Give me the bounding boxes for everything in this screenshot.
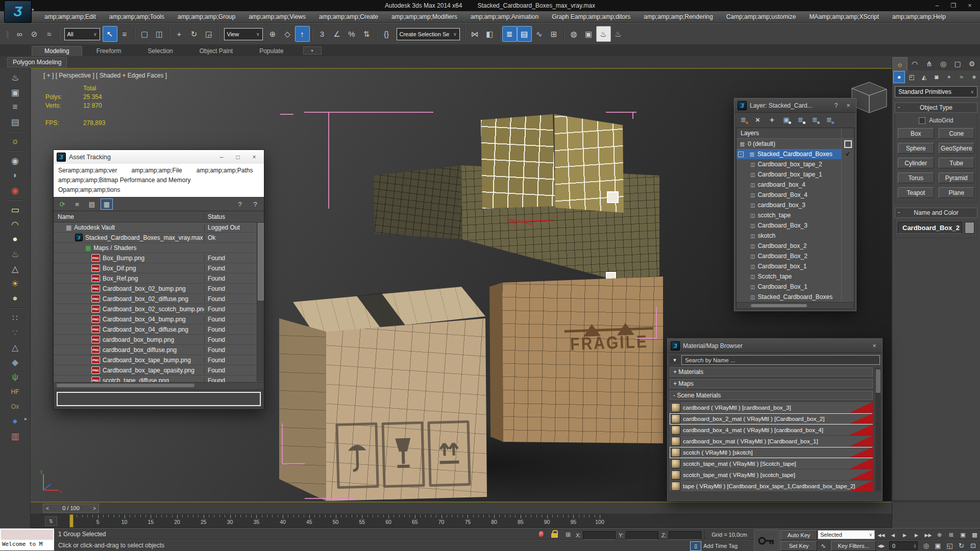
time-slider[interactable]: < 0 / 100 > bbox=[43, 504, 99, 513]
ribbon-tab-modeling[interactable]: Modeling bbox=[32, 46, 82, 56]
table-view-icon[interactable]: ▦ bbox=[101, 198, 113, 210]
unlink-selection-icon[interactable]: ⊘ bbox=[27, 26, 42, 42]
previous-frame-icon[interactable]: ◀ bbox=[888, 530, 898, 540]
tab-display[interactable]: ▢ bbox=[950, 57, 965, 70]
time-slider-handle[interactable] bbox=[69, 514, 74, 528]
layer-row[interactable]: ◫Cardboard_Box_3 bbox=[737, 220, 854, 231]
key-list-icon[interactable]: ▩ bbox=[969, 530, 980, 540]
cat-geometry[interactable]: ● bbox=[893, 71, 905, 83]
material-section-0[interactable]: + Materials bbox=[670, 367, 873, 377]
layer-row-label-area[interactable]: ◫Cardboard_box_2 bbox=[737, 241, 841, 251]
vp-sphere-icon[interactable]: ● bbox=[7, 415, 24, 428]
layer-row[interactable]: ◫Cardboard_box_1 bbox=[737, 261, 854, 271]
material-item[interactable]: scotch_tape_mat ( VRayMtl ) [Scotch_tape… bbox=[670, 458, 873, 469]
toolbar-grip[interactable]: ∥ bbox=[6, 30, 10, 39]
cat-systems[interactable]: ∗ bbox=[968, 71, 980, 83]
table-row[interactable]: PNGBox_Dif.pngFound bbox=[54, 263, 257, 273]
menu-item-3[interactable]: amp;amp;amp;Views bbox=[242, 11, 312, 22]
help-info-icon[interactable]: ? bbox=[234, 198, 246, 210]
help-icon[interactable]: ? bbox=[831, 102, 841, 109]
layer-list-header[interactable]: Layers bbox=[737, 128, 854, 139]
sky-light-icon[interactable]: ● bbox=[7, 292, 24, 305]
tab-hierarchy[interactable]: ⋔ bbox=[922, 57, 936, 70]
render-setup-icon[interactable]: ◍ bbox=[567, 26, 581, 42]
current-frame-field[interactable]: 0 ▲▼ bbox=[889, 541, 918, 550]
bind-to-space-warp-icon[interactable]: ≈ bbox=[42, 26, 57, 42]
edit-named-selection-sets-icon[interactable]: {} bbox=[379, 26, 394, 42]
autogrid-checkbox[interactable] bbox=[919, 117, 925, 124]
pyramid-helper-icon[interactable]: △ bbox=[7, 341, 24, 354]
menu-item-11[interactable]: amp;amp;amp;Help bbox=[886, 11, 952, 22]
layer-row-toggle-cell[interactable] bbox=[841, 292, 854, 302]
orbit-icon[interactable]: ↻ bbox=[956, 541, 967, 550]
ribbon-tab-selection[interactable]: Selection bbox=[135, 46, 185, 56]
material-item[interactable]: tape ( VRayMtl ) [Cardboard_box_tape_1,C… bbox=[670, 481, 873, 492]
logo-caret-icon[interactable]: ▾ bbox=[32, 7, 34, 12]
menu-item-9[interactable]: Camp;amp;amp;ustomize bbox=[720, 11, 803, 22]
y-coordinate-field[interactable] bbox=[626, 531, 658, 540]
listener-text[interactable]: Welcome to M bbox=[0, 541, 54, 550]
layer-row[interactable]: ◫Cardboard_box_tape_2 bbox=[737, 159, 854, 169]
material-section-2[interactable]: - Scene Materials bbox=[670, 391, 873, 400]
material-item[interactable]: scotch ( VRayMtl ) [skotch] bbox=[670, 447, 873, 458]
status-column-header[interactable]: Status bbox=[204, 213, 257, 220]
vp-clipboard-icon[interactable]: ▥ bbox=[7, 430, 24, 443]
listener-macro-row[interactable] bbox=[0, 529, 54, 541]
delete-layer-icon[interactable]: × bbox=[751, 114, 764, 125]
ribbon-tab-object-paint[interactable]: Object Paint bbox=[187, 46, 245, 56]
tab-utilities[interactable]: ⚙ bbox=[965, 57, 979, 70]
ribbon-tab-populate[interactable]: Populate bbox=[247, 46, 296, 56]
layer-row-label-area[interactable]: ◫Cardboard_Box_2 bbox=[737, 251, 841, 261]
tube-button[interactable]: Tube bbox=[939, 158, 975, 168]
table-row[interactable]: PNGscotch_tape_diffuse.pngFound bbox=[54, 375, 257, 382]
select-and-scale-icon[interactable]: ◲ bbox=[202, 26, 216, 42]
new-key-icon[interactable]: ⊕ bbox=[934, 530, 945, 540]
horizontal-scrollbar[interactable] bbox=[737, 302, 854, 309]
refresh-icon[interactable]: ⟳ bbox=[56, 198, 68, 210]
material-browser-title-bar[interactable]: Ӡ Material/Map Browser × bbox=[668, 339, 882, 353]
layer-row[interactable]: ◫Cardboard_Box_1 bbox=[737, 282, 854, 292]
select-and-move-icon[interactable]: + bbox=[172, 26, 187, 42]
horizontal-scrollbar[interactable] bbox=[54, 382, 264, 389]
viewport-label[interactable]: [ + ] [ Perspective ] [ Shaded + Edged F… bbox=[43, 72, 167, 79]
graphite-ribbon-toggle-icon[interactable]: ▤ bbox=[517, 26, 532, 42]
grass-icon[interactable]: ψ bbox=[7, 370, 24, 384]
layer-row-label-area[interactable]: ◫Scotch_tape bbox=[737, 271, 841, 282]
layer-row-label-area[interactable]: ≣0 (default) bbox=[737, 139, 841, 149]
menu-item-8[interactable]: amp;amp;amp;Rendering bbox=[637, 11, 719, 22]
max-logo-icon[interactable]: Ӡ bbox=[4, 1, 32, 23]
material-section-1[interactable]: + Maps bbox=[670, 379, 873, 388]
scatter-icon[interactable]: ∷ bbox=[7, 311, 24, 324]
asset-table-header[interactable]: Name Status bbox=[54, 211, 264, 222]
maximize-button[interactable]: ❐ bbox=[945, 0, 962, 11]
mini-curve-editor-icon[interactable]: ⇅ bbox=[45, 516, 57, 526]
window-crossing-toggle-icon[interactable]: ◫ bbox=[152, 26, 167, 42]
render-iterative-icon[interactable]: ♨ bbox=[611, 26, 626, 42]
highlight-selected-layer-icon[interactable]: ≣ bbox=[794, 114, 807, 125]
asset-menu-item[interactable]: Opamp;amp;amp;tions bbox=[58, 185, 120, 195]
named-selection-sets-dropdown[interactable]: Create Selection Se∨ bbox=[397, 28, 460, 40]
maximize-viewport-icon[interactable]: ⊡ bbox=[968, 541, 978, 550]
search-input[interactable]: Search by Name ... bbox=[681, 355, 880, 365]
table-row[interactable]: PNGCardboard_box_tape_opasity.pngFound bbox=[54, 365, 257, 375]
help-icon[interactable]: ? bbox=[249, 198, 261, 210]
layer-row-label-area[interactable]: ◫Cardboard_Box_1 bbox=[737, 282, 841, 292]
material-item[interactable]: cardboard ( VRayMtl ) [cardboard_box_3] bbox=[670, 402, 873, 413]
collapse-icon[interactable]: - bbox=[898, 209, 900, 216]
tab-modify[interactable]: ◠ bbox=[908, 57, 922, 70]
table-row[interactable]: PNGBox_Ref.pngFound bbox=[54, 273, 257, 284]
menu-item-1[interactable]: amp;amp;amp;Tools bbox=[103, 11, 171, 22]
hide-freeze-layer-icon[interactable]: ≣ bbox=[808, 114, 821, 125]
default-tangents-icon[interactable]: ∿ bbox=[818, 541, 829, 550]
table-row[interactable]: ▦Maps / Shaders bbox=[54, 243, 257, 253]
asset-menu-item[interactable]: amp;amp;amp;Paths bbox=[197, 166, 253, 176]
asset-menu-item[interactable]: amp;amp;amp;Bitmap Performance and Memor… bbox=[58, 176, 190, 185]
minimize-button[interactable]: – bbox=[929, 0, 945, 11]
layer-row[interactable]: ◫scotch_tape bbox=[737, 210, 854, 220]
key-mode-icon[interactable]: ⊞ bbox=[946, 530, 957, 540]
menu-item-5[interactable]: amp;amp;amp;Modifiers bbox=[385, 11, 464, 22]
sphere-button[interactable]: Sphere bbox=[898, 143, 934, 154]
table-row[interactable]: PNGcardboard_box_bump.pngFound bbox=[54, 335, 257, 345]
menu-item-6[interactable]: amp;amp;amp;Animation bbox=[464, 11, 545, 22]
layer-row-toggle-cell[interactable] bbox=[841, 139, 854, 149]
